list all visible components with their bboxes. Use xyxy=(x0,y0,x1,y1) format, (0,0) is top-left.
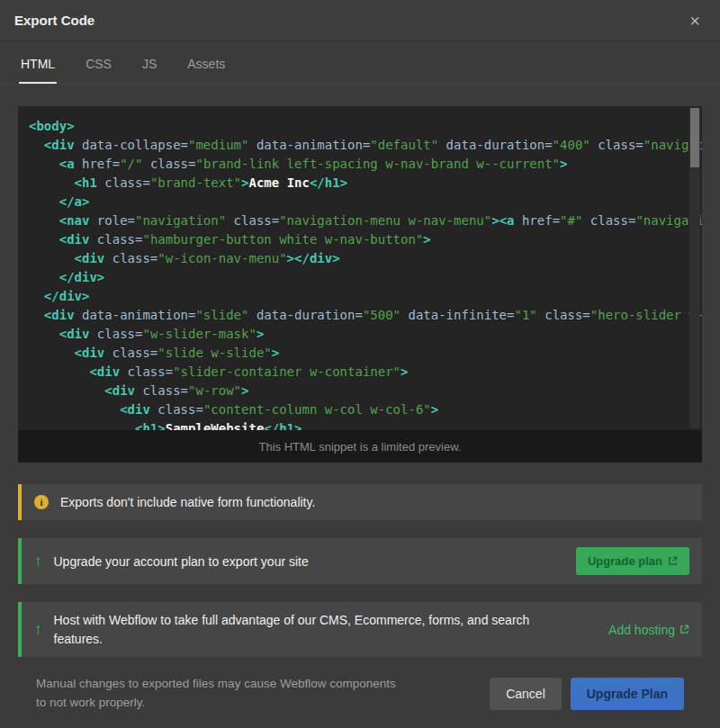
code-line: <div class="w-icon-nav-menu"></div> xyxy=(29,249,686,268)
code-lines: <body> <div data-collapse="medium" data-… xyxy=(29,117,686,430)
notice-form-functionality: i Exports don't include native form func… xyxy=(18,484,702,520)
notice-text: Upgrade your account plan to export your… xyxy=(54,553,309,571)
upgrade-plan-link-button[interactable]: Upgrade plan xyxy=(576,547,689,575)
tab-css[interactable]: CSS xyxy=(84,57,113,84)
export-warning-note: Manual changes to exported files may cau… xyxy=(36,675,396,713)
code-preview-panel: <body> <div data-collapse="medium" data-… xyxy=(18,106,702,463)
arrow-up-icon: ↑ xyxy=(34,622,42,637)
modal-footer: Manual changes to exported files may cau… xyxy=(18,657,702,728)
preview-note: This HTML snippet is a limited preview. xyxy=(18,430,702,463)
tab-html[interactable]: HTML xyxy=(19,57,57,84)
code-line: <div class="slide w-slide"> xyxy=(29,344,686,363)
code-line: <div data-animation="slide" data-duratio… xyxy=(29,306,686,325)
upgrade-plan-button[interactable]: Upgrade Plan xyxy=(571,678,684,710)
code-line: <div class="w-row"> xyxy=(29,382,686,400)
add-hosting-link[interactable]: Add hosting xyxy=(608,623,689,637)
code-line: <a href="/" class="brand-link left-spaci… xyxy=(29,155,686,174)
code-line: <nav role="navigation" class="navigation… xyxy=(29,211,686,230)
arrow-up-icon: ↑ xyxy=(34,553,42,569)
tab-bar: HTMLCSSJSAssets xyxy=(0,41,720,85)
code-line: <body> xyxy=(29,117,686,136)
external-link-icon xyxy=(680,625,689,634)
code-line: </div> xyxy=(29,268,686,287)
cancel-button[interactable]: Cancel xyxy=(490,678,562,710)
code-line: <div data-collapse="medium" data-animati… xyxy=(29,136,686,155)
tab-assets[interactable]: Assets xyxy=(185,57,227,84)
code-line: <div class="w-slider-mask"> xyxy=(29,325,686,344)
code-line: <h1>SampleWebsite</h1> xyxy=(29,419,686,430)
notice-text: Exports don't include native form functi… xyxy=(60,493,315,511)
info-icon: i xyxy=(34,495,49,509)
close-icon[interactable]: × xyxy=(684,10,706,31)
code-line: </a> xyxy=(29,193,686,211)
code-line: <div class="slider-container w-container… xyxy=(29,363,686,382)
modal-header: Export Code × xyxy=(0,0,720,41)
scrollbar-thumb[interactable] xyxy=(690,108,699,167)
code-line: <h1 class="brand-text">Acme Inc</h1> xyxy=(29,174,686,193)
code-line: <div class="content-column w-col w-col-6… xyxy=(29,400,686,419)
external-link-icon xyxy=(668,556,678,566)
footer-actions: Cancel Upgrade Plan xyxy=(490,678,684,710)
code-editor[interactable]: <body> <div data-collapse="medium" data-… xyxy=(18,106,702,430)
modal-content: <body> <div data-collapse="medium" data-… xyxy=(0,85,720,728)
notice-upgrade-plan: ↑ Upgrade your account plan to export yo… xyxy=(18,538,702,584)
code-line: </div> xyxy=(29,287,686,306)
code-scrollbar[interactable] xyxy=(689,108,700,428)
modal-title: Export Code xyxy=(14,13,94,28)
code-line: <div class="hamburger-button white w-nav… xyxy=(29,230,686,249)
tab-js[interactable]: JS xyxy=(140,57,158,84)
export-code-modal: Export Code × HTMLCSSJSAssets <body> <di… xyxy=(0,0,720,728)
notice-add-hosting: ↑ Host with Webflow to take full advanta… xyxy=(18,602,702,657)
notice-text: Host with Webflow to take full advantage… xyxy=(54,611,576,648)
